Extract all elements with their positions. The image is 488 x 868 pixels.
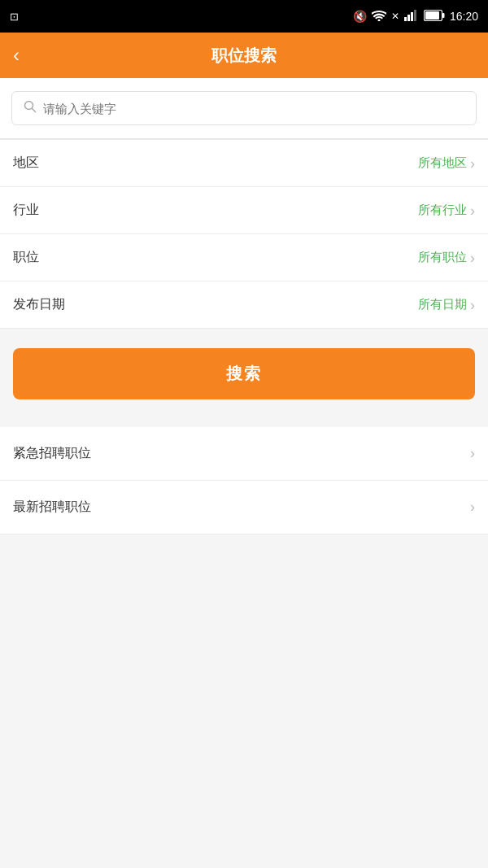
svg-rect-2 [411, 12, 413, 21]
quick-label-latest: 最新招聘职位 [13, 499, 91, 516]
screen-icon: ⊡ [10, 11, 19, 23]
signal-icon [404, 10, 419, 24]
quick-label-urgent: 紧急招聘职位 [13, 445, 91, 462]
filter-value-date-wrap: 所有日期 › [418, 297, 475, 312]
chevron-right-icon: › [470, 298, 475, 312]
status-left-icons: ⊡ [10, 11, 19, 23]
filter-section: 地区 所有地区 › 行业 所有行业 › 职位 所有职位 › 发布日期 所有日期 … [0, 139, 488, 329]
filter-label-industry: 行业 [13, 202, 39, 219]
chevron-right-icon: › [470, 156, 475, 171]
time-display: 16:20 [450, 10, 478, 23]
filter-value-industry-wrap: 所有行业 › [418, 203, 475, 218]
quick-links-section: 紧急招聘职位 › 最新招聘职位 › [0, 427, 488, 534]
svg-rect-5 [425, 11, 439, 20]
filter-label-region: 地区 [13, 155, 39, 172]
svg-rect-1 [407, 15, 410, 21]
svg-rect-6 [442, 13, 445, 18]
filter-label-position: 职位 [13, 249, 39, 266]
quick-link-urgent[interactable]: 紧急招聘职位 › [0, 427, 488, 481]
wifi-icon [372, 10, 386, 24]
filter-row-date[interactable]: 发布日期 所有日期 › [0, 281, 488, 329]
filter-value-position-wrap: 所有职位 › [418, 250, 475, 265]
header: ‹ 职位搜索 [0, 33, 488, 78]
filter-row-position[interactable]: 职位 所有职位 › [0, 234, 488, 281]
search-button[interactable]: 搜索 [13, 348, 475, 399]
svg-rect-3 [414, 10, 416, 21]
svg-line-8 [33, 109, 36, 112]
chevron-right-icon: › [470, 499, 475, 516]
search-input[interactable] [43, 102, 464, 116]
filter-label-date: 发布日期 [13, 296, 65, 313]
search-btn-section: 搜索 [0, 329, 488, 419]
battery-icon [424, 10, 445, 24]
status-right-info: 🔇 ✕ 16:20 [353, 10, 478, 24]
svg-rect-0 [404, 17, 407, 21]
search-icon [24, 100, 37, 116]
chevron-right-icon: › [470, 251, 475, 265]
filter-value-region-wrap: 所有地区 › [418, 155, 475, 171]
filter-value-region: 所有地区 [418, 155, 467, 171]
chevron-right-icon: › [470, 445, 475, 462]
search-section [0, 78, 488, 139]
filter-value-position: 所有职位 [418, 250, 467, 265]
filter-value-date: 所有日期 [418, 297, 467, 312]
page-title: 职位搜索 [211, 45, 277, 67]
filter-row-region[interactable]: 地区 所有地区 › [0, 140, 488, 187]
filter-value-industry: 所有行业 [418, 203, 467, 218]
chevron-right-icon: › [470, 203, 475, 218]
filter-row-industry[interactable]: 行业 所有行业 › [0, 187, 488, 234]
search-box[interactable] [11, 91, 477, 125]
back-button[interactable]: ‹ [13, 46, 20, 65]
status-bar: ⊡ 🔇 ✕ 16:20 [0, 0, 488, 33]
sim-icon: ✕ [391, 11, 399, 22]
quick-link-latest[interactable]: 最新招聘职位 › [0, 481, 488, 534]
mute-icon: 🔇 [353, 10, 367, 23]
